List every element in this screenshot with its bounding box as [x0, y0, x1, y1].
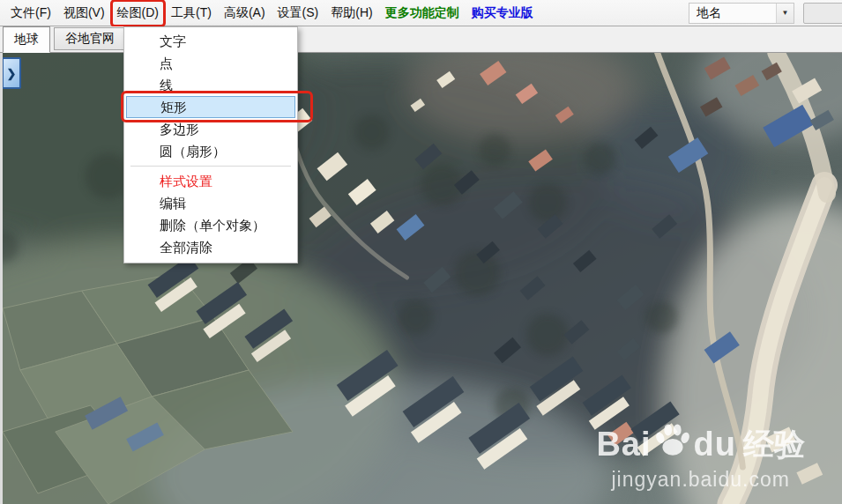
menu-more-features-link[interactable]: 更多功能定制 — [385, 2, 459, 25]
menu-file[interactable]: 文件(F) — [11, 2, 51, 25]
draw-menu-item-point[interactable]: 点 — [126, 52, 295, 74]
draw-menu-item-polygon[interactable]: 多边形 — [126, 118, 295, 140]
chevron-right-icon: ❯ — [7, 67, 17, 80]
draw-menu-item-style-settings[interactable]: 样式设置 — [126, 170, 295, 192]
menu-view[interactable]: 视图(V) — [63, 2, 105, 25]
draw-menu-item-clear-all[interactable]: 全部清除 — [126, 236, 295, 258]
draw-menu-dropdown: 文字 点 线 矩形 多边形 圆（扇形） 样式设置 编辑 删除（单个对象） 全部清… — [123, 26, 298, 263]
menu-help[interactable]: 帮助(H) — [331, 2, 372, 25]
menu-bar: 文件(F) 视图(V) 绘图(D) 工具(T) 高级(A) 设置(S) 帮助(H… — [0, 0, 842, 26]
placename-combobox-value: 地名 — [689, 5, 776, 21]
menu-settings[interactable]: 设置(S) — [278, 2, 319, 25]
draw-menu-item-delete-single[interactable]: 删除（单个对象） — [126, 214, 295, 236]
draw-menu-item-edit[interactable]: 编辑 — [126, 192, 295, 214]
tab-website[interactable]: 谷地官网 — [54, 27, 126, 50]
panel-expand-button[interactable]: ❯ — [2, 57, 21, 89]
search-input[interactable] — [803, 3, 842, 24]
tab-earth[interactable]: 地球 — [3, 26, 50, 53]
menu-separator — [130, 166, 291, 167]
placename-combobox[interactable]: 地名 ▼ — [689, 3, 794, 24]
draw-menu-item-line[interactable]: 线 — [126, 74, 295, 96]
menu-tools[interactable]: 工具(T) — [171, 2, 212, 25]
menu-advanced[interactable]: 高级(A) — [224, 2, 265, 25]
app-window: 文件(F) 视图(V) 绘图(D) 工具(T) 高级(A) 设置(S) 帮助(H… — [0, 0, 842, 504]
chevron-down-icon[interactable]: ▼ — [776, 4, 794, 23]
draw-menu-item-text[interactable]: 文字 — [126, 30, 295, 52]
menu-draw[interactable]: 绘图(D) — [117, 2, 159, 25]
draw-menu-item-rectangle[interactable]: 矩形 — [126, 96, 295, 118]
menu-buy-pro-link[interactable]: 购买专业版 — [472, 2, 533, 25]
draw-menu-item-circle[interactable]: 圆（扇形） — [126, 140, 295, 162]
